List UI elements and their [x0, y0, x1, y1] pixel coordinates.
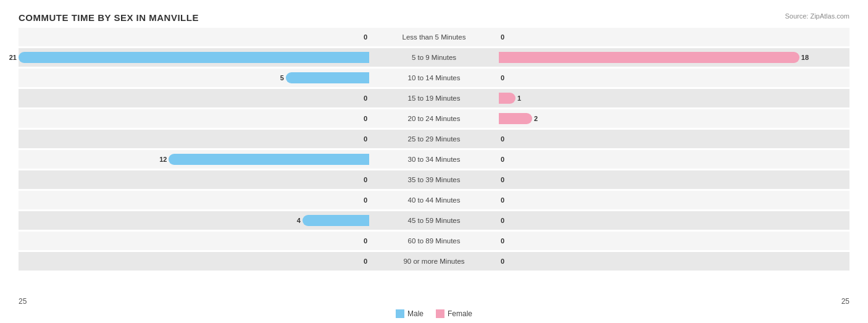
bar-male	[303, 215, 369, 226]
table-row: 0 40 to 44 Minutes 0	[19, 191, 849, 209]
table-row: 0 20 to 24 Minutes 2	[19, 109, 849, 128]
value-male: 12	[159, 156, 167, 163]
value-male: 0	[364, 115, 367, 122]
table-row: 0 15 to 19 Minutes 1	[19, 89, 849, 107]
table-row: 0 25 to 29 Minutes 0	[19, 130, 849, 148]
value-male: 0	[364, 258, 367, 265]
value-female: 2	[534, 115, 538, 122]
source-label: Source: ZipAtlas.com	[785, 12, 849, 20]
value-female: 0	[501, 176, 504, 183]
row-label: Less than 5 Minutes	[372, 33, 496, 41]
legend: Male Female	[396, 309, 472, 318]
legend-female-icon	[436, 309, 444, 318]
value-female: 0	[501, 237, 504, 245]
right-section: 0	[496, 130, 849, 148]
value-female: 1	[517, 94, 521, 102]
value-female: 18	[801, 54, 809, 61]
left-section: 0	[19, 130, 372, 148]
legend-male-icon	[396, 309, 404, 318]
value-male: 0	[364, 237, 367, 245]
table-row: 5 10 to 14 Minutes 0	[19, 69, 849, 87]
left-section: 0	[19, 89, 372, 107]
right-section: 2	[496, 109, 849, 128]
row-label: 45 to 59 Minutes	[372, 217, 496, 224]
bar-female	[499, 113, 532, 124]
value-male: 0	[364, 94, 367, 102]
row-label: 90 or more Minutes	[372, 258, 496, 265]
table-row: 4 45 to 59 Minutes 0	[19, 211, 849, 230]
right-section: 18	[496, 48, 849, 67]
value-female: 0	[501, 135, 504, 143]
bar-female	[499, 52, 799, 63]
value-male: 21	[9, 54, 17, 61]
table-row: 0 35 to 39 Minutes 0	[19, 170, 849, 189]
left-section: 0	[19, 109, 372, 128]
value-female: 0	[501, 258, 504, 265]
value-female: 0	[501, 196, 504, 204]
row-label: 30 to 34 Minutes	[372, 156, 496, 163]
right-section: 0	[496, 232, 849, 250]
row-label: 10 to 14 Minutes	[372, 74, 496, 82]
left-section: 0	[19, 232, 372, 250]
row-label: 40 to 44 Minutes	[372, 196, 496, 204]
row-label: 35 to 39 Minutes	[372, 176, 496, 183]
left-section: 0	[19, 191, 372, 209]
bar-female	[499, 93, 515, 104]
value-female: 0	[501, 156, 504, 163]
row-label: 15 to 19 Minutes	[372, 94, 496, 102]
value-female: 0	[501, 217, 504, 224]
value-female: 0	[501, 33, 504, 41]
value-male: 5	[280, 74, 284, 82]
value-male: 0	[364, 135, 367, 143]
table-row: 12 30 to 34 Minutes 0	[19, 150, 849, 169]
right-section: 0	[496, 69, 849, 87]
chart-area: 0 Less than 5 Minutes 0 21 5 to 9 Minute…	[19, 28, 849, 287]
right-section: 1	[496, 89, 849, 107]
axis-left: 25	[19, 297, 27, 306]
value-female: 0	[501, 74, 504, 82]
value-male: 0	[364, 196, 367, 204]
right-section: 0	[496, 28, 849, 46]
axis-right: 25	[841, 297, 849, 306]
legend-male-label: Male	[407, 309, 424, 318]
right-section: 0	[496, 211, 849, 230]
value-male: 0	[364, 176, 367, 183]
row-label: 25 to 29 Minutes	[372, 135, 496, 143]
table-row: 0 90 or more Minutes 0	[19, 252, 849, 271]
table-row: 0 Less than 5 Minutes 0	[19, 28, 849, 46]
chart-container: COMMUTE TIME BY SEX IN MANVILLE Source: …	[0, 0, 868, 323]
bar-male	[19, 52, 369, 63]
left-section: 0	[19, 252, 372, 271]
table-row: 0 60 to 89 Minutes 0	[19, 232, 849, 250]
right-section: 0	[496, 170, 849, 189]
value-male: 4	[297, 217, 301, 224]
left-section: 12	[19, 150, 372, 169]
left-section: 4	[19, 211, 372, 230]
legend-male: Male	[396, 309, 424, 318]
row-label: 60 to 89 Minutes	[372, 237, 496, 245]
left-section: 0	[19, 28, 372, 46]
right-section: 0	[496, 191, 849, 209]
legend-female-label: Female	[448, 309, 472, 318]
right-section: 0	[496, 150, 849, 169]
bar-male	[286, 72, 369, 83]
left-section: 21	[19, 48, 372, 67]
left-section: 0	[19, 170, 372, 189]
right-section: 0	[496, 252, 849, 271]
bar-male	[169, 154, 369, 165]
value-male: 0	[364, 33, 367, 41]
chart-title: COMMUTE TIME BY SEX IN MANVILLE	[19, 12, 849, 23]
left-section: 5	[19, 69, 372, 87]
row-label: 20 to 24 Minutes	[372, 115, 496, 122]
row-label: 5 to 9 Minutes	[372, 54, 496, 61]
legend-female: Female	[436, 309, 472, 318]
table-row: 21 5 to 9 Minutes 18	[19, 48, 849, 67]
